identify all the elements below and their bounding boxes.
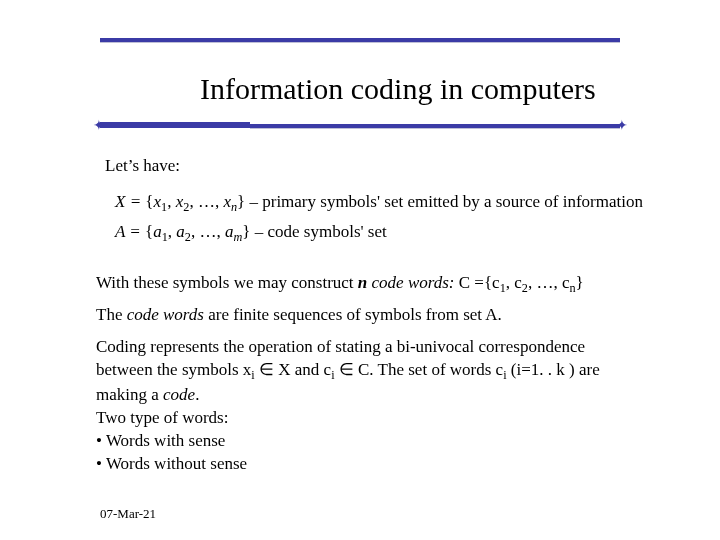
set-x-definition: X = {x1, x2, …, xn} – primary symbols' s… <box>115 188 643 218</box>
paragraph-construct: With these symbols we may construct n co… <box>96 272 641 297</box>
paragraph-codewords: The code words are finite sequences of s… <box>96 304 641 327</box>
set-a-definition: A = {a1, a2, …, am} – code symbols' set <box>115 218 643 248</box>
paragraph-coding: Coding represents the operation of stati… <box>96 336 641 476</box>
math-definitions: X = {x1, x2, …, xn} – primary symbols' s… <box>115 188 643 248</box>
decorative-rule-mid <box>100 122 620 128</box>
lets-have-text: Let’s have: <box>105 156 180 176</box>
footer-date: 07-Mar-21 <box>100 506 156 522</box>
ornament-right: ✦ <box>616 117 628 134</box>
ornament-left: ✦ <box>93 117 105 134</box>
decorative-rule-top <box>100 38 620 42</box>
slide-title: Information coding in computers <box>200 72 596 106</box>
